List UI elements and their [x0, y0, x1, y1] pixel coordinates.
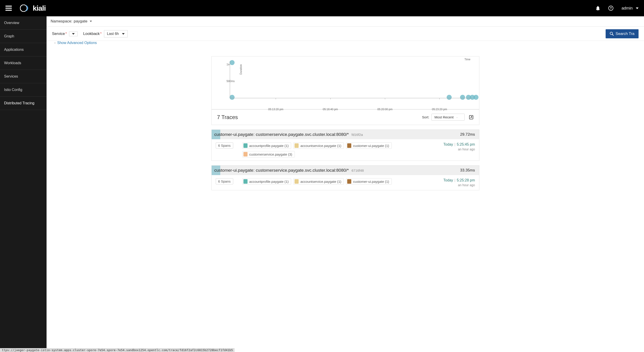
external-link-icon[interactable]: [469, 115, 474, 120]
service-tag: accountprofile.paygate (1): [242, 178, 291, 185]
y-tick: 500ms: [227, 80, 228, 83]
service-label: Service*: [52, 31, 67, 36]
trace-duration: 29.72ms: [460, 132, 475, 137]
sidebar-item-applications[interactable]: Applications: [0, 43, 46, 56]
app-logo[interactable]: kiali: [20, 4, 46, 12]
service-tag: customer-ui.paygate (1): [346, 143, 392, 149]
trace-point[interactable]: [447, 95, 452, 100]
trace-card[interactable]: customer-ui.paygate: customerservice.pay…: [212, 165, 479, 190]
trace-point[interactable]: [474, 95, 478, 100]
trace-title: customer-ui.paygate: customerservice.pay…: [214, 132, 363, 137]
x-axis-label: Time: [464, 58, 470, 61]
service-tag: accountservice.paygate (1): [294, 178, 344, 185]
app-name: kiali: [33, 4, 46, 12]
trace-body: 6 Spansaccountprofile.paygate (1)account…: [212, 175, 479, 190]
svg-line-4: [612, 34, 613, 35]
sidebar-item-overview[interactable]: Overview: [0, 16, 46, 30]
caret-down-icon: [636, 7, 638, 9]
status-bar-url: ttps://jaeger-paygate-istio-system.apps.…: [0, 348, 234, 352]
service-tag: accountservice.paygate (1): [294, 143, 344, 149]
sidebar-item-workloads[interactable]: Workloads: [0, 56, 46, 70]
lookback-label: Lookback*: [83, 31, 102, 36]
trace-card[interactable]: customer-ui.paygate: customerservice.pay…: [212, 130, 479, 161]
y-tick: 1s: [227, 63, 228, 66]
topbar: kiali ? admin: [0, 0, 644, 16]
caret-down-icon: ⌄: [456, 116, 458, 119]
trace-title-row: customer-ui.paygate: customerservice.pay…: [212, 130, 479, 139]
trace-title-row: customer-ui.paygate: customerservice.pay…: [212, 166, 479, 175]
service-tag: customerservice.paygate (3): [242, 151, 295, 158]
sort-select[interactable]: Most Recent ⌄: [432, 114, 464, 121]
search-controls: Service* Lookback* Last 6h: [46, 26, 644, 41]
help-icon[interactable]: ?: [608, 6, 613, 11]
main-content: Namespace: paygate Service* Lookback* La…: [46, 16, 644, 352]
sidebar: Overview Graph Applications Workloads Se…: [0, 16, 46, 352]
lookback-value: Last 6h: [107, 32, 119, 36]
svg-point-0: [20, 5, 27, 11]
color-swatch: [294, 179, 298, 184]
show-advanced-options[interactable]: › Show Advanced Options: [46, 41, 644, 47]
namespace-selector[interactable]: Namespace: paygate: [46, 16, 644, 26]
kiali-logo-icon: [20, 4, 30, 12]
sort-label: Sort:: [422, 115, 430, 119]
topbar-actions: ? admin: [596, 6, 638, 11]
chevron-right-icon: ›: [54, 41, 56, 44]
caret-down-icon: [72, 33, 75, 35]
service-select[interactable]: [69, 31, 78, 36]
trace-body: 6 Spansaccountprofile.paygate (1)account…: [212, 139, 479, 161]
color-swatch: [244, 152, 248, 157]
trace-point[interactable]: [230, 60, 234, 65]
sidebar-item-services[interactable]: Services: [0, 70, 46, 83]
search-icon: [610, 32, 614, 36]
chevron-down-icon: [90, 21, 92, 22]
sidebar-item-graph[interactable]: Graph: [0, 30, 46, 43]
service-tag: customer-ui.paygate (1): [346, 178, 392, 185]
bell-icon[interactable]: [596, 6, 600, 11]
trace-timestamp: Today|5:25:28 pman hour ago: [439, 178, 475, 187]
service-tag-list: accountprofile.paygate (1)accountservice…: [242, 143, 430, 158]
trace-scatter-chart: Duration Time 1s500ms 05:13:20 pm05:16:4…: [212, 56, 479, 109]
namespace-value: paygate: [74, 19, 88, 23]
service-tag: accountprofile.paygate (1): [242, 143, 291, 149]
color-swatch: [294, 143, 298, 148]
user-name: admin: [622, 6, 633, 11]
namespace-label: Namespace:: [51, 19, 72, 23]
user-menu[interactable]: admin: [622, 6, 638, 11]
trace-timestamp: Today|5:25:45 pman hour ago: [439, 143, 475, 151]
spans-count: 6 Spans: [216, 178, 233, 184]
color-swatch: [347, 179, 351, 184]
sidebar-item-istio-config[interactable]: Istio Config: [0, 83, 46, 97]
lookback-select[interactable]: Last 6h: [104, 30, 128, 37]
traces-count: 7 Traces: [217, 114, 238, 120]
search-traces-button[interactable]: Search Tra: [606, 29, 638, 38]
color-swatch: [347, 143, 351, 148]
svg-text:?: ?: [610, 6, 612, 10]
color-swatch: [244, 179, 248, 184]
color-swatch: [244, 143, 248, 148]
hamburger-icon[interactable]: [6, 6, 12, 11]
trace-point[interactable]: [230, 95, 234, 100]
service-tag-list: accountprofile.paygate (1)accountservice…: [242, 178, 430, 185]
traces-header: 7 Traces Sort: Most Recent ⌄: [212, 109, 479, 125]
trace-duration: 33.35ms: [460, 168, 475, 173]
spans-count: 6 Spans: [216, 143, 233, 149]
trace-point[interactable]: [460, 95, 465, 100]
caret-down-icon: [122, 33, 125, 35]
sidebar-item-distributed-tracing[interactable]: Distributed Tracing: [0, 97, 46, 110]
trace-title: customer-ui.paygate: customerservice.pay…: [214, 168, 364, 173]
